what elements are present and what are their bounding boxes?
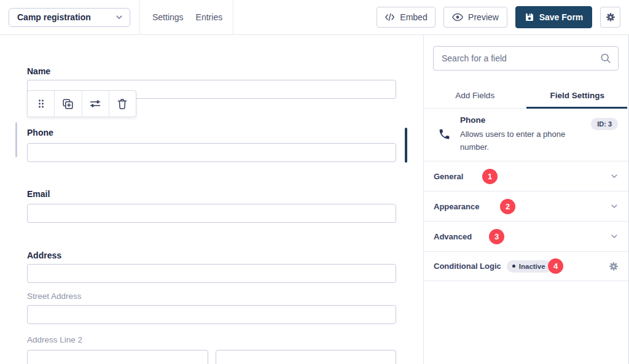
address-state-input[interactable] [216, 350, 396, 364]
editor-header: Camp registration Settings Entries Embed… [0, 0, 629, 35]
field-settings-button[interactable] [82, 91, 109, 117]
address-line2-input[interactable] [27, 305, 396, 324]
conditional-logic-status-text: Inactive [519, 263, 545, 270]
embed-button[interactable]: Embed [377, 7, 436, 28]
nav-entries-link[interactable]: Entries [196, 12, 223, 22]
tutorial-marker-2: 2 [500, 199, 515, 214]
email-field-label: Email [27, 189, 50, 199]
header-divider [139, 0, 140, 35]
field-info-description: Allows users to enter a phone number. [460, 128, 592, 154]
section-general[interactable]: General 1 [424, 161, 628, 191]
tutorial-marker-1: 1 [482, 169, 498, 184]
save-icon [525, 12, 534, 22]
drag-handle[interactable] [28, 91, 55, 117]
tab-add-fields[interactable]: Add Fields [424, 83, 526, 108]
sidebar-tabs: Add Fields Field Settings [424, 83, 628, 109]
header-divider [233, 0, 233, 35]
chevron-down-icon [610, 172, 619, 180]
nav-settings-link[interactable]: Settings [152, 12, 184, 22]
code-icon [385, 13, 395, 21]
section-appearance[interactable]: Appearance 2 [424, 191, 628, 221]
save-form-button[interactable]: Save Form [515, 6, 592, 28]
duplicate-icon [62, 98, 74, 110]
field-info-title: Phone [460, 115, 592, 125]
form-switcher-label: Camp registration [17, 12, 115, 22]
street-address-sublabel: Street Address [27, 292, 82, 301]
tutorial-marker-3: 3 [489, 229, 504, 244]
preview-button-label: Preview [468, 12, 499, 22]
search-icon [600, 52, 612, 64]
duplicate-field-button[interactable] [55, 91, 82, 117]
conditional-logic-status-badge: Inactive [507, 260, 552, 273]
phone-field-label: Phone [27, 128, 53, 137]
eye-icon [452, 13, 463, 21]
trash-icon [117, 98, 128, 110]
address-street-input[interactable] [27, 264, 396, 283]
embed-button-label: Embed [400, 12, 427, 22]
form-settings-gear-button[interactable] [600, 7, 620, 28]
gear-icon [606, 12, 615, 22]
phone-icon [438, 128, 451, 141]
tab-field-settings[interactable]: Field Settings [526, 83, 629, 108]
preview-button[interactable]: Preview [443, 7, 507, 28]
conditional-logic-label: Conditional Logic [434, 261, 501, 271]
conditional-logic-gear-icon[interactable] [609, 261, 619, 271]
sliders-icon [89, 99, 101, 109]
drag-handle-icon [37, 99, 45, 109]
status-dot [512, 265, 515, 268]
chevron-down-icon [115, 13, 123, 21]
field-toolbar [27, 90, 136, 117]
selected-field-right-bar [405, 128, 407, 163]
tutorial-marker-4: 4 [548, 258, 563, 274]
address-city-input[interactable] [27, 350, 208, 364]
field-search-input[interactable] [433, 46, 619, 71]
header-actions: Embed Preview Save Form [377, 6, 620, 28]
field-info-panel: Phone Allows users to enter a phone numb… [424, 109, 628, 161]
section-appearance-label: Appearance [434, 202, 479, 211]
section-conditional-logic[interactable]: Conditional Logic Inactive 4 [424, 251, 628, 281]
delete-field-button[interactable] [109, 91, 136, 117]
settings-sections: General 1 Appearance 2 Advanced 3 [424, 161, 628, 281]
phone-field-input[interactable] [27, 143, 396, 162]
section-advanced-label: Advanced [434, 232, 472, 241]
section-advanced[interactable]: Advanced 3 [424, 221, 628, 251]
section-general-label: General [434, 172, 463, 181]
address-field-label: Address [27, 250, 61, 260]
form-switcher-dropdown[interactable]: Camp registration [9, 8, 130, 27]
name-field-label: Name [27, 66, 50, 76]
selected-field-left-bar [15, 122, 17, 157]
form-canvas: Name [0, 35, 424, 364]
chevron-down-icon [610, 202, 619, 211]
field-id-badge: ID: 3 [591, 118, 618, 130]
editor-sidebar: Add Fields Field Settings Phone Allows u… [424, 35, 628, 364]
email-field-input[interactable] [27, 204, 396, 223]
address-line2-sublabel: Address Line 2 [27, 335, 82, 344]
form-editor-window: Camp registration Settings Entries Embed… [0, 0, 629, 364]
save-form-button-label: Save Form [539, 12, 584, 22]
chevron-down-icon [610, 232, 619, 241]
